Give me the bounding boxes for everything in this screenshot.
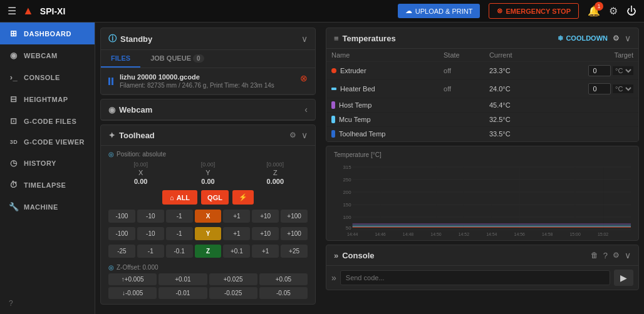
sidebar-item-gcode-files[interactable]: ⊡ G-CODE FILES — [0, 110, 95, 132]
zoffset-down-005[interactable]: -0.05 — [259, 287, 308, 299]
topbar: ☰ ▲ SPI-XI ☁ UPLOAD & PRINT ⊗ EMERGENCY … — [0, 0, 644, 23]
upload-print-button[interactable]: ☁ UPLOAD & PRINT — [398, 4, 480, 18]
temp-chevron-icon[interactable]: ∨ — [625, 33, 631, 43]
temperatures-title: ≡ Temperatures — [334, 34, 396, 43]
file-status: lizhu 20000 10000.gcode Filament: 82735 … — [108, 73, 274, 89]
console-settings-icon[interactable]: ⚙ — [613, 251, 620, 260]
console-help-icon[interactable]: ? — [603, 251, 608, 260]
sidebar-item-history[interactable]: ◷ HISTORY — [0, 152, 95, 174]
sidebar-item-gcode-viewer[interactable]: 3D G-CODE VIEWER — [0, 132, 95, 152]
qgl-button[interactable]: QGL — [201, 190, 229, 205]
standby-tabs: FILES JOB QUEUE 0 — [101, 50, 315, 68]
temp-target[interactable]: °C — [542, 62, 638, 80]
axis-x-label: X — [138, 169, 143, 176]
jog-z-plus01[interactable]: +0.1 — [223, 245, 250, 258]
cooldown-button[interactable]: ❄ COOLDOWN — [558, 34, 608, 43]
jog-z-plus25[interactable]: +25 — [281, 245, 308, 258]
file-info: lizhu 20000 10000.gcode Filament: 82735 … — [120, 73, 274, 89]
svg-text:200: 200 — [343, 190, 351, 195]
home-all-button[interactable]: ⌂ ALL — [162, 190, 197, 205]
sidebar-item-machine[interactable]: 🔧 MACHINE — [0, 196, 95, 218]
zoffset-up-0005[interactable]: ↑+0.005 — [108, 273, 157, 285]
temperatures-card: ≡ Temperatures ❄ COOLDOWN ⚙ ∨ — [326, 28, 639, 142]
temp-target-input[interactable] — [588, 65, 611, 76]
sidebar-item-console[interactable]: ›_ CONSOLE — [0, 66, 95, 88]
axis-x-value: 0.00 — [134, 178, 147, 185]
toolhead-card: ✦ Toolhead ⚙ ∨ ◎ Position: absolute — [100, 124, 316, 305]
toolhead-settings-icon[interactable]: ⚙ — [289, 131, 296, 139]
webcam-card: ◉ Webcam ‹ — [100, 99, 316, 121]
jog-x-plus10[interactable]: +10 — [252, 210, 279, 223]
temp-unit-select[interactable]: °C — [613, 66, 633, 75]
zoffset-up-0025[interactable]: +0.025 — [209, 273, 257, 285]
jog-x-minus10[interactable]: -10 — [137, 210, 164, 223]
jog-z-minus25[interactable]: -25 — [108, 245, 135, 258]
jog-x-minus1[interactable]: -1 — [166, 210, 193, 223]
temp-unit-select[interactable]: °C — [613, 84, 633, 93]
jog-y-plus1[interactable]: +1 — [223, 227, 250, 240]
job-count-badge: 0 — [193, 54, 204, 63]
tab-files[interactable]: FILES — [101, 50, 140, 68]
help-button[interactable]: ? — [0, 293, 95, 314]
jog-y-plus10[interactable]: +10 — [252, 227, 279, 240]
sidebar-item-heightmap[interactable]: ⊟ HEIGHTMAP — [0, 88, 95, 110]
console-trash-icon[interactable]: 🗑 — [591, 251, 598, 260]
file-remove-icon[interactable]: ⊗ — [300, 73, 308, 83]
zoffset-down-0005[interactable]: ↓-0.005 — [108, 287, 157, 299]
jog-z-minus01[interactable]: -0.1 — [166, 245, 193, 258]
tab-job-queue[interactable]: JOB QUEUE 0 — [140, 50, 214, 68]
console-input[interactable] — [340, 270, 610, 285]
temp-row-label: Toolhead Temp — [339, 130, 385, 138]
temp-current: 45.4°C — [484, 98, 542, 113]
temperature-chart-card: Temperature [°C] — [326, 146, 639, 241]
jog-axis-z-label[interactable]: Z — [195, 245, 222, 258]
temp-target[interactable]: °C — [542, 80, 638, 98]
chart-y-label: Temperature [°C] — [334, 151, 631, 158]
jog-y-minus10[interactable]: -10 — [137, 227, 164, 240]
file-list-item[interactable]: lizhu 20000 10000.gcode Filament: 82735 … — [101, 68, 315, 94]
console-send-button[interactable]: ▶ — [614, 270, 633, 286]
zoffset-up-005[interactable]: +0.05 — [259, 273, 308, 285]
jog-x-plus100[interactable]: +100 — [281, 210, 308, 223]
zoffset-up-001[interactable]: +0.01 — [158, 273, 207, 285]
jog-z-minus1[interactable]: -1 — [137, 245, 164, 258]
temp-row: Toolhead Temp 33.5°C — [326, 127, 638, 141]
sidebar-item-webcam[interactable]: ◉ WEBCAM — [0, 44, 95, 66]
gcode-viewer-icon: 3D — [9, 139, 19, 145]
motors-button[interactable]: ⚡ — [232, 190, 254, 205]
toolhead-chevron-icon[interactable]: ∨ — [301, 130, 308, 140]
temp-settings-icon[interactable]: ⚙ — [613, 34, 620, 43]
temp-row: Heater Bed off 24.0°C °C — [326, 80, 638, 98]
standby-chevron-icon[interactable]: ∨ — [301, 34, 308, 44]
jog-axis-x-label[interactable]: X — [195, 210, 222, 223]
svg-text:250: 250 — [343, 177, 351, 183]
webcam-chevron-icon[interactable]: ‹ — [304, 104, 308, 114]
zoffset-down-0025[interactable]: -0.025 — [209, 287, 257, 299]
zoffset-down-001[interactable]: -0.01 — [158, 287, 207, 299]
settings-icon[interactable]: ⚙ — [609, 5, 618, 17]
svg-text:14:48: 14:48 — [403, 232, 413, 236]
jog-z-plus1[interactable]: +1 — [252, 245, 279, 258]
sidebar-item-dashboard[interactable]: ⊞ DASHBOARD — [0, 23, 95, 44]
notification-button[interactable]: 🔔 1 — [588, 5, 600, 17]
axis-y-cell: [0.00] Y 0.00 — [175, 161, 240, 185]
jog-y-minus100[interactable]: -100 — [108, 227, 135, 240]
zoffset-section: ◎ Z-Offset: 0.000 ↑+0.005 +0.01 +0.025 +… — [108, 264, 308, 299]
chart-area: 315 250 200 150 100 50 14: — [334, 161, 631, 238]
jog-row-x: -100 -10 -1 X +1 +10 +100 — [108, 210, 308, 223]
emergency-stop-button[interactable]: ⊗ EMERGENCY STOP — [489, 3, 579, 19]
jog-y-minus1[interactable]: -1 — [166, 227, 193, 240]
jog-axis-y-label[interactable]: Y — [195, 227, 222, 240]
jog-y-plus100[interactable]: +100 — [281, 227, 308, 240]
sidebar-item-timelapse[interactable]: ⏱ TIMELAPSE — [0, 174, 95, 196]
standby-card: ⓘ Standby ∨ FILES JOB QUEUE 0 — [100, 28, 316, 95]
info-icon: ⓘ — [108, 33, 117, 44]
temp-target-input[interactable] — [588, 83, 611, 94]
hamburger-icon[interactable]: ☰ — [8, 5, 16, 17]
toolhead-icon: ✦ — [108, 131, 115, 140]
zoffset-icon: ◎ — [108, 264, 114, 271]
console-chevron-icon[interactable]: ∨ — [625, 250, 631, 260]
jog-x-minus100[interactable]: -100 — [108, 210, 135, 223]
power-icon[interactable]: ⏻ — [626, 6, 636, 17]
jog-x-plus1[interactable]: +1 — [223, 210, 250, 223]
